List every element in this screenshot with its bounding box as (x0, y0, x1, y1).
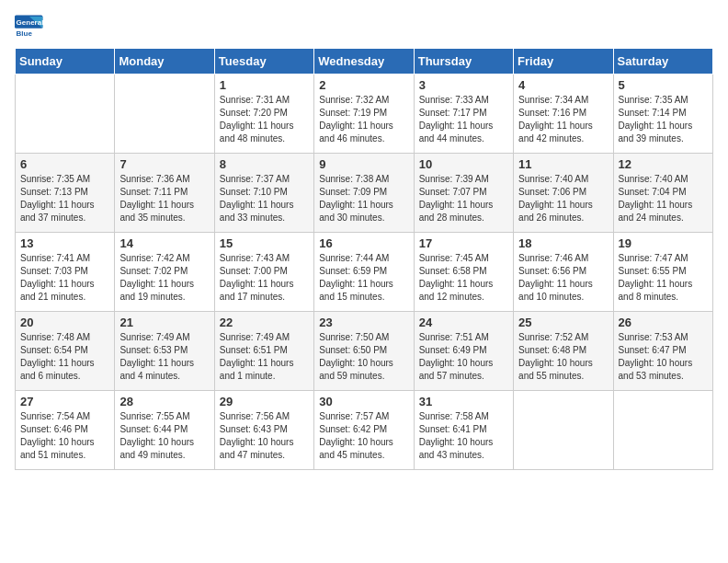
calendar-cell: 28Sunrise: 7:55 AM Sunset: 6:44 PM Dayli… (115, 391, 214, 470)
calendar-cell: 12Sunrise: 7:40 AM Sunset: 7:04 PM Dayli… (613, 154, 712, 233)
calendar-cell: 18Sunrise: 7:46 AM Sunset: 6:56 PM Dayli… (514, 233, 613, 312)
day-info: Sunrise: 7:34 AM Sunset: 7:16 PM Dayligh… (518, 94, 608, 145)
calendar-cell: 30Sunrise: 7:57 AM Sunset: 6:42 PM Dayli… (314, 391, 414, 470)
calendar-week-row: 1Sunrise: 7:31 AM Sunset: 7:20 PM Daylig… (16, 75, 713, 154)
day-of-week-header: Tuesday (214, 49, 313, 75)
day-info: Sunrise: 7:32 AM Sunset: 7:19 PM Dayligh… (319, 94, 408, 145)
day-number: 25 (518, 316, 608, 329)
day-info: Sunrise: 7:39 AM Sunset: 7:07 PM Dayligh… (419, 173, 508, 224)
day-number: 28 (119, 395, 209, 408)
day-number: 20 (20, 316, 109, 329)
day-info: Sunrise: 7:52 AM Sunset: 6:48 PM Dayligh… (518, 331, 608, 383)
page-header: General Blue (15, 15, 713, 40)
calendar-cell: 7Sunrise: 7:36 AM Sunset: 7:11 PM Daylig… (115, 154, 214, 233)
day-info: Sunrise: 7:47 AM Sunset: 6:55 PM Dayligh… (619, 252, 708, 304)
calendar-cell: 8Sunrise: 7:37 AM Sunset: 7:10 PM Daylig… (214, 154, 313, 233)
day-number: 15 (220, 236, 309, 250)
calendar-cell: 3Sunrise: 7:33 AM Sunset: 7:17 PM Daylig… (414, 75, 513, 154)
calendar-cell: 11Sunrise: 7:40 AM Sunset: 7:06 PM Dayli… (514, 154, 613, 233)
calendar-cell: 25Sunrise: 7:52 AM Sunset: 6:48 PM Dayli… (514, 312, 613, 391)
day-number: 24 (419, 316, 508, 329)
day-number: 31 (419, 395, 508, 408)
day-info: Sunrise: 7:49 AM Sunset: 6:53 PM Dayligh… (119, 331, 209, 383)
day-info: Sunrise: 7:48 AM Sunset: 6:54 PM Dayligh… (20, 331, 109, 383)
day-info: Sunrise: 7:44 AM Sunset: 6:59 PM Dayligh… (319, 252, 408, 304)
day-number: 18 (518, 236, 608, 250)
day-number: 17 (419, 236, 508, 250)
calendar-cell: 27Sunrise: 7:54 AM Sunset: 6:46 PM Dayli… (16, 391, 115, 470)
calendar-week-row: 13Sunrise: 7:41 AM Sunset: 7:03 PM Dayli… (16, 233, 713, 312)
day-info: Sunrise: 7:55 AM Sunset: 6:44 PM Dayligh… (119, 410, 209, 462)
calendar-header-row: SundayMondayTuesdayWednesdayThursdayFrid… (16, 49, 713, 75)
day-of-week-header: Wednesday (314, 49, 414, 75)
day-info: Sunrise: 7:42 AM Sunset: 7:02 PM Dayligh… (119, 252, 209, 304)
calendar-cell: 22Sunrise: 7:49 AM Sunset: 6:51 PM Dayli… (214, 312, 313, 391)
calendar-cell (16, 75, 115, 154)
calendar-week-row: 20Sunrise: 7:48 AM Sunset: 6:54 PM Dayli… (16, 312, 713, 391)
day-number: 12 (619, 157, 708, 171)
calendar-week-row: 27Sunrise: 7:54 AM Sunset: 6:46 PM Dayli… (16, 391, 713, 470)
day-number: 27 (20, 395, 109, 408)
day-info: Sunrise: 7:51 AM Sunset: 6:49 PM Dayligh… (419, 331, 508, 383)
day-number: 21 (119, 316, 209, 329)
calendar-cell: 6Sunrise: 7:35 AM Sunset: 7:13 PM Daylig… (16, 154, 115, 233)
day-number: 14 (119, 236, 209, 250)
day-info: Sunrise: 7:38 AM Sunset: 7:09 PM Dayligh… (319, 173, 408, 224)
calendar-cell: 10Sunrise: 7:39 AM Sunset: 7:07 PM Dayli… (414, 154, 513, 233)
calendar-cell: 31Sunrise: 7:58 AM Sunset: 6:41 PM Dayli… (414, 391, 513, 470)
day-info: Sunrise: 7:41 AM Sunset: 7:03 PM Dayligh… (20, 252, 109, 304)
day-number: 30 (319, 395, 408, 408)
day-info: Sunrise: 7:35 AM Sunset: 7:14 PM Dayligh… (619, 94, 708, 145)
svg-text:Blue: Blue (17, 29, 33, 38)
calendar-table: SundayMondayTuesdayWednesdayThursdayFrid… (15, 48, 713, 470)
day-of-week-header: Friday (514, 49, 613, 75)
calendar-cell (613, 391, 712, 470)
day-info: Sunrise: 7:35 AM Sunset: 7:13 PM Dayligh… (20, 173, 109, 224)
calendar-cell: 26Sunrise: 7:53 AM Sunset: 6:47 PM Dayli… (613, 312, 712, 391)
day-info: Sunrise: 7:43 AM Sunset: 7:00 PM Dayligh… (220, 252, 309, 304)
day-number: 3 (419, 78, 508, 92)
logo-icon: General Blue (15, 15, 44, 40)
day-number: 1 (220, 78, 309, 92)
day-info: Sunrise: 7:37 AM Sunset: 7:10 PM Dayligh… (220, 173, 309, 224)
calendar-cell: 19Sunrise: 7:47 AM Sunset: 6:55 PM Dayli… (613, 233, 712, 312)
day-number: 22 (220, 316, 309, 329)
day-number: 16 (319, 236, 408, 250)
day-number: 11 (518, 157, 608, 171)
day-info: Sunrise: 7:33 AM Sunset: 7:17 PM Dayligh… (419, 94, 508, 145)
day-number: 29 (220, 395, 309, 408)
day-number: 6 (20, 157, 109, 171)
calendar-cell: 20Sunrise: 7:48 AM Sunset: 6:54 PM Dayli… (16, 312, 115, 391)
calendar-cell: 5Sunrise: 7:35 AM Sunset: 7:14 PM Daylig… (613, 75, 712, 154)
day-number: 8 (220, 157, 309, 171)
day-number: 9 (319, 157, 408, 171)
logo: General Blue (15, 15, 48, 40)
day-info: Sunrise: 7:45 AM Sunset: 6:58 PM Dayligh… (419, 252, 508, 304)
day-info: Sunrise: 7:53 AM Sunset: 6:47 PM Dayligh… (619, 331, 708, 383)
day-number: 7 (119, 157, 209, 171)
day-of-week-header: Monday (115, 49, 214, 75)
day-info: Sunrise: 7:56 AM Sunset: 6:43 PM Dayligh… (220, 410, 309, 462)
calendar-cell: 23Sunrise: 7:50 AM Sunset: 6:50 PM Dayli… (314, 312, 414, 391)
day-info: Sunrise: 7:40 AM Sunset: 7:04 PM Dayligh… (619, 173, 708, 224)
calendar-cell: 13Sunrise: 7:41 AM Sunset: 7:03 PM Dayli… (16, 233, 115, 312)
calendar-week-row: 6Sunrise: 7:35 AM Sunset: 7:13 PM Daylig… (16, 154, 713, 233)
day-info: Sunrise: 7:31 AM Sunset: 7:20 PM Dayligh… (220, 94, 309, 145)
day-number: 23 (319, 316, 408, 329)
calendar-cell: 24Sunrise: 7:51 AM Sunset: 6:49 PM Dayli… (414, 312, 513, 391)
day-number: 10 (419, 157, 508, 171)
day-info: Sunrise: 7:57 AM Sunset: 6:42 PM Dayligh… (319, 410, 408, 462)
day-number: 19 (619, 236, 708, 250)
svg-text:General: General (17, 18, 44, 27)
calendar-cell: 9Sunrise: 7:38 AM Sunset: 7:09 PM Daylig… (314, 154, 414, 233)
day-number: 5 (619, 78, 708, 92)
day-of-week-header: Thursday (414, 49, 513, 75)
calendar-cell: 29Sunrise: 7:56 AM Sunset: 6:43 PM Dayli… (214, 391, 313, 470)
day-info: Sunrise: 7:36 AM Sunset: 7:11 PM Dayligh… (119, 173, 209, 224)
day-info: Sunrise: 7:54 AM Sunset: 6:46 PM Dayligh… (20, 410, 109, 462)
day-number: 2 (319, 78, 408, 92)
calendar-cell (115, 75, 214, 154)
day-info: Sunrise: 7:58 AM Sunset: 6:41 PM Dayligh… (419, 410, 508, 462)
day-info: Sunrise: 7:46 AM Sunset: 6:56 PM Dayligh… (518, 252, 608, 304)
calendar-cell: 15Sunrise: 7:43 AM Sunset: 7:00 PM Dayli… (214, 233, 313, 312)
